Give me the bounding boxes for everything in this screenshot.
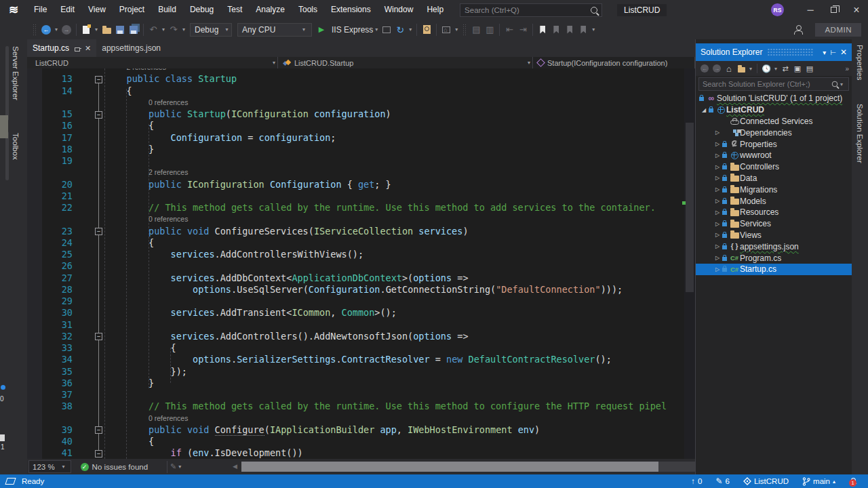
solution-explorer-title-bar[interactable]: Solution Explorer ▾ ⊢ ✕ bbox=[696, 43, 852, 61]
menu-project[interactable]: Project bbox=[113, 0, 151, 20]
code-line[interactable]: 21 bbox=[27, 190, 695, 202]
sidebar-tab-properties[interactable]: Properties bbox=[856, 45, 864, 80]
tree-item-views[interactable]: ▷Views bbox=[696, 230, 852, 241]
tab-close-icon[interactable]: ✕ bbox=[85, 44, 91, 53]
refresh-button[interactable]: ↻ bbox=[393, 22, 407, 37]
menu-view[interactable]: View bbox=[81, 0, 113, 20]
restore-button[interactable] bbox=[822, 0, 845, 20]
se-toolbar-overflow[interactable]: » bbox=[845, 65, 849, 73]
fold-toggle[interactable]: − bbox=[95, 333, 102, 340]
attach-icon[interactable] bbox=[380, 22, 393, 37]
panel-menu-dropdown[interactable]: ▾ bbox=[823, 49, 826, 56]
se-filter-dropdown[interactable]: ▾ bbox=[772, 66, 779, 72]
decrease-indent-button[interactable]: ⇤ bbox=[502, 22, 516, 37]
fold-toggle[interactable]: − bbox=[95, 76, 102, 83]
solution-configuration-select[interactable]: Debug▾ bbox=[190, 23, 232, 37]
code-line[interactable]: 14{ bbox=[27, 85, 695, 97]
tree-item-wwwroot[interactable]: ▷wwwroot bbox=[696, 150, 852, 161]
tree-item-services[interactable]: ▷Services bbox=[696, 218, 852, 230]
menu-window[interactable]: Window bbox=[378, 0, 420, 20]
save-all-button[interactable] bbox=[127, 22, 140, 37]
start-debug-dropdown[interactable]: ▾ bbox=[373, 26, 380, 33]
tree-item-controllers[interactable]: ▷Controllers bbox=[696, 161, 852, 173]
code-line[interactable]: 23−public void ConfigureServices(IServic… bbox=[27, 226, 695, 237]
tree-item-dependencies[interactable]: ▷Dependencies bbox=[696, 127, 852, 138]
tree-collapsed-arrow[interactable]: ▷ bbox=[713, 186, 722, 192]
code-line[interactable]: 13−public class Startup bbox=[27, 73, 695, 85]
tree-item-appsettings.json[interactable]: ▷{ }appsettings.json bbox=[696, 241, 852, 252]
solution-explorer-search-input[interactable]: Search Solution Explorer (Ctrl+;) ▾ bbox=[698, 77, 849, 91]
tree-expanded-arrow[interactable]: ◢ bbox=[700, 107, 708, 113]
code-cleanup-icon[interactable]: ✎ bbox=[170, 462, 176, 471]
solution-platform-select[interactable]: Any CPU▾ bbox=[237, 23, 312, 37]
browser-dropdown[interactable]: ▾ bbox=[453, 26, 460, 33]
tree-collapsed-arrow[interactable]: ▷ bbox=[713, 152, 722, 159]
redo-dropdown[interactable]: ▾ bbox=[180, 26, 187, 33]
code-line[interactable]: 25services.AddControllersWithViews(); bbox=[27, 249, 695, 260]
tree-item-solution-listcrud-1-of-1-project-[interactable]: ∞Solution 'ListCRUD' (1 of 1 project) bbox=[696, 93, 852, 104]
fold-toggle[interactable]: − bbox=[95, 426, 102, 434]
menu-file[interactable]: File bbox=[27, 0, 54, 20]
codelens-row[interactable]: 0 references bbox=[27, 214, 695, 225]
clear-bookmarks-button[interactable] bbox=[576, 22, 590, 37]
se-back-button[interactable]: ← bbox=[698, 62, 711, 75]
tree-item-migrations[interactable]: ▷Migrations bbox=[696, 184, 852, 195]
codelens-references[interactable]: 0 references bbox=[149, 414, 188, 422]
code-line[interactable]: 28options.UseSqlServer(Configuration.Get… bbox=[27, 284, 695, 296]
navigate-forward-button[interactable]: → bbox=[60, 22, 73, 37]
bookmarks-dropdown[interactable]: ▾ bbox=[590, 26, 597, 33]
undo-dropdown[interactable]: ▾ bbox=[160, 26, 167, 33]
fold-toggle[interactable]: − bbox=[95, 111, 102, 119]
tree-collapsed-arrow[interactable]: ▷ bbox=[713, 198, 722, 204]
code-line[interactable]: 16{ bbox=[27, 120, 695, 131]
code-line[interactable]: 41−if (env.IsDevelopment()) bbox=[27, 447, 695, 459]
navigate-back-button[interactable]: ← bbox=[39, 22, 53, 37]
health-status[interactable]: No issues found bbox=[92, 463, 148, 471]
next-bookmark-button[interactable] bbox=[563, 22, 576, 37]
close-button[interactable]: × bbox=[845, 0, 868, 20]
previous-bookmark-button[interactable] bbox=[549, 22, 563, 37]
code-line[interactable]: 37 bbox=[27, 389, 695, 401]
se-home-button[interactable]: ⌂ bbox=[723, 62, 735, 75]
breadcrumb-dropdown[interactable]: ▾ bbox=[500, 60, 528, 66]
toggle-bookmark-button[interactable] bbox=[536, 22, 549, 37]
code-line[interactable]: 34options.SerializerSettings.ContractRes… bbox=[27, 354, 695, 365]
tree-collapsed-arrow[interactable]: ▷ bbox=[713, 266, 722, 272]
start-debug-button[interactable]: IIS Express bbox=[332, 25, 373, 35]
se-switch-views-dropdown[interactable]: ▾ bbox=[747, 66, 754, 72]
se-collapse-all-button[interactable]: ▣ bbox=[791, 62, 804, 75]
increase-indent-button[interactable]: ⇥ bbox=[516, 22, 530, 37]
toolbar-grip[interactable] bbox=[462, 24, 467, 36]
sidebar-tab-server-explorer[interactable]: Server Explorer bbox=[12, 46, 20, 100]
redo-button[interactable]: ↷ bbox=[167, 22, 180, 37]
code-line[interactable]: 20public IConfiguration Configuration { … bbox=[27, 179, 695, 190]
tree-collapsed-arrow[interactable]: ▷ bbox=[713, 129, 722, 136]
hscroll-left-arrow[interactable]: ◀ bbox=[233, 463, 237, 470]
new-file-button[interactable] bbox=[79, 22, 93, 37]
code-line[interactable]: 36} bbox=[27, 378, 695, 389]
tree-collapsed-arrow[interactable]: ▷ bbox=[713, 255, 722, 261]
se-sync-active-document-button[interactable]: ⇄ bbox=[779, 62, 791, 75]
tree-item-properties[interactable]: ▷Properties bbox=[696, 138, 852, 150]
code-line[interactable]: 26 bbox=[27, 260, 695, 272]
breadcrumb-segment[interactable]: ListCRUD▾ bbox=[27, 57, 278, 68]
tree-item-listcrud[interactable]: ◢ListCRUD bbox=[696, 104, 852, 116]
codelens-row[interactable]: 0 references bbox=[27, 413, 695, 424]
code-line[interactable]: 38// This method gets called by the runt… bbox=[27, 401, 695, 412]
menu-test[interactable]: Test bbox=[220, 0, 249, 20]
tree-item-resources[interactable]: ▷Resources bbox=[696, 207, 852, 218]
breadcrumb-segment[interactable]: Startup(IConfiguration configuration) bbox=[533, 57, 695, 68]
admin-button[interactable]: ADMIN bbox=[815, 23, 861, 37]
menu-tools[interactable]: Tools bbox=[292, 0, 324, 20]
editor-horizontal-scrollbar[interactable] bbox=[241, 462, 695, 472]
code-line[interactable]: 39−public void Configure(IApplicationBui… bbox=[27, 424, 695, 436]
fold-toggle[interactable]: − bbox=[95, 450, 102, 458]
new-file-dropdown[interactable]: ▾ bbox=[93, 26, 100, 33]
menu-debug[interactable]: Debug bbox=[183, 0, 220, 20]
open-file-button[interactable] bbox=[100, 22, 113, 37]
se-properties-button[interactable]: ▤ bbox=[804, 62, 816, 75]
code-line[interactable]: 33{ bbox=[27, 342, 695, 354]
se-forward-button[interactable]: → bbox=[711, 62, 723, 75]
code-line[interactable]: 24{ bbox=[27, 237, 695, 249]
unsaved-edits-button[interactable]: ✎ 6 bbox=[711, 476, 734, 486]
